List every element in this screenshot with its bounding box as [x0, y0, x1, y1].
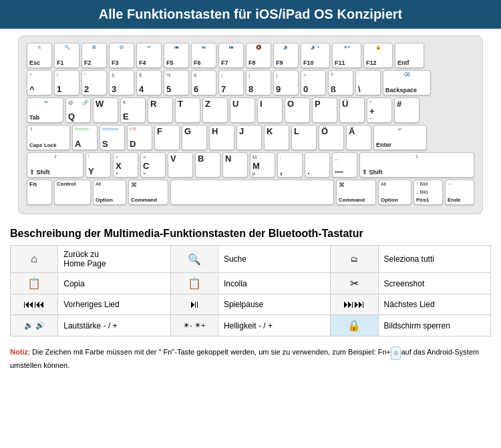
desc-icon-search: 🔍	[170, 246, 218, 273]
key-d[interactable]: iOS D	[127, 125, 152, 150]
key-f10[interactable]: 🔊+ F10	[301, 43, 330, 68]
key-t[interactable]: T	[175, 97, 200, 123]
desc-label-copy: Copia	[58, 273, 170, 294]
key-3[interactable]: § 3	[109, 70, 134, 95]
desc-icon-select-all: 🗂	[331, 246, 378, 273]
key-v[interactable]: V	[168, 152, 193, 178]
key-control[interactable]: Control	[54, 180, 91, 205]
key-r[interactable]: R	[148, 97, 173, 123]
key-left-cmd[interactable]: ⌘ Command	[128, 180, 168, 205]
key-plus[interactable]: * + ~	[367, 97, 392, 123]
key-p[interactable]: P	[312, 97, 337, 123]
key-ss[interactable]: ? ß	[328, 70, 353, 95]
key-right-cmd[interactable]: ⌘ Command	[336, 180, 376, 205]
note-icon: ⌂	[391, 347, 401, 360]
key-0[interactable]: = 0	[301, 70, 326, 95]
key-f12[interactable]: 🔒 F12	[363, 43, 393, 68]
key-entf[interactable]: Entf	[395, 43, 424, 68]
key-oe[interactable]: Ö	[319, 125, 344, 150]
key-y[interactable]: l Y	[86, 152, 111, 178]
key-9[interactable]: ) 9	[273, 70, 299, 95]
key-ue[interactable]: Ü	[339, 97, 365, 123]
key-x[interactable]: < X <	[113, 152, 138, 178]
key-5[interactable]: % 5	[164, 70, 189, 95]
key-tab[interactable]: ⇥ Tab	[27, 97, 63, 123]
key-caret[interactable]: ^ ^	[27, 70, 52, 95]
key-fn[interactable]: Fn	[27, 180, 52, 205]
key-pos1[interactable]: ↑ Bild ↓ Bild Pos1	[413, 180, 443, 205]
key-esc[interactable]: ⎋ Esc	[27, 43, 52, 68]
key-z[interactable]: Z	[202, 97, 228, 123]
key-ae[interactable]: Ä	[346, 125, 371, 150]
key-space[interactable]	[170, 180, 334, 205]
key-ende[interactable]: → Ende	[445, 180, 474, 205]
qwertz-row: ⇥ Tab @🔗 Q W € E R T Z	[27, 97, 474, 123]
desc-icon-play: ⏯	[170, 294, 218, 315]
key-enter[interactable]: ↵ Enter	[373, 125, 427, 150]
key-comma[interactable]: ; ,	[277, 152, 303, 178]
note-section: Notiz: Die Zeichen mit Farbe müssen mit …	[0, 343, 501, 377]
key-f11[interactable]: ☀+ F11	[332, 43, 361, 68]
fn-key-row: ⎋ Esc 🔍 F1 ⊞ F2 ⊟ F3 ✂ F4 ⏮ F5	[27, 43, 474, 68]
key-2[interactable]: " 2	[81, 70, 107, 95]
key-f[interactable]: F	[154, 125, 180, 150]
desc-label-paste: Incolla	[218, 273, 330, 294]
key-e[interactable]: € E	[120, 97, 146, 123]
key-i[interactable]: I	[257, 97, 283, 123]
key-f4[interactable]: ✂ F4	[136, 43, 162, 68]
key-o[interactable]: O	[285, 97, 310, 123]
key-dot[interactable]: : .	[305, 152, 330, 178]
key-right-shift[interactable]: ⇧ ⇧ Shift	[359, 152, 474, 178]
key-dash[interactable]: _ —	[332, 152, 357, 178]
key-c[interactable]: > C >	[140, 152, 166, 178]
key-6[interactable]: & 6	[191, 70, 216, 95]
key-f6[interactable]: ⏯ F6	[191, 43, 216, 68]
keyboard: ⎋ Esc 🔍 F1 ⊞ F2 ⊟ F3 ✂ F4 ⏮ F5	[18, 35, 483, 214]
note-text: : Die Zeichen mit Farbe müssen mit der "…	[28, 348, 391, 356]
key-right-alt[interactable]: Alt Option	[378, 180, 411, 205]
key-8[interactable]: ( 8	[246, 70, 271, 95]
key-u[interactable]: U	[230, 97, 255, 123]
key-n[interactable]: N	[222, 152, 248, 178]
desc-label-brightness: Helligkeit - / +	[218, 315, 330, 337]
bottom-row: Fn Control Alt Option ⌘ Command ⌘ Comman…	[27, 180, 474, 205]
desc-label-prev: Vorheriges Lied	[58, 294, 170, 315]
key-f5[interactable]: ⏮ F5	[164, 43, 189, 68]
key-backtick[interactable]: ` \	[355, 70, 381, 95]
key-f2[interactable]: ⊞ F2	[81, 43, 107, 68]
desc-label-screenshot: Screenshot	[378, 273, 490, 294]
key-f3[interactable]: ⊟ F3	[109, 43, 134, 68]
description-section: Beschreibung der Multimedia-Funktionstas…	[0, 221, 501, 343]
key-k[interactable]: K	[264, 125, 289, 150]
key-b[interactable]: B	[195, 152, 220, 178]
key-l[interactable]: L	[291, 125, 317, 150]
key-a[interactable]: Android A	[72, 125, 98, 150]
key-hash[interactable]: #	[394, 97, 420, 123]
key-7[interactable]: / 7	[218, 70, 244, 95]
desc-icon-volume: 🔉 🔊	[11, 315, 58, 337]
key-4[interactable]: $ 4	[136, 70, 162, 95]
desc-label-play: Spielpause	[218, 294, 330, 315]
key-s[interactable]: Windows S	[100, 125, 125, 150]
desc-icon-brightness: ☀- ☀+	[170, 315, 218, 337]
key-w[interactable]: W	[93, 97, 118, 123]
key-g[interactable]: G	[182, 125, 207, 150]
key-f9[interactable]: 🔉 F9	[273, 43, 299, 68]
key-backspace[interactable]: ⌫ Backspace	[383, 70, 431, 95]
key-q[interactable]: @🔗 Q	[65, 97, 91, 123]
desc-row-4: 🔉 🔊 Lautstärke - / + ☀- ☀+ Helligkeit - …	[11, 315, 491, 337]
key-left-shift[interactable]: ⇧ ⇧ Shift	[27, 152, 84, 178]
key-f8[interactable]: 🔇 F8	[246, 43, 271, 68]
key-f7[interactable]: ⏭ F7	[218, 43, 244, 68]
key-1[interactable]: ! 1	[54, 70, 79, 95]
key-left-alt[interactable]: Alt Option	[93, 180, 126, 205]
key-caps-lock[interactable]: ⇪ Caps Lock	[27, 125, 70, 150]
key-m[interactable]: M M μ	[250, 152, 275, 178]
desc-row-2: 📋 Copia 📋 Incolla ✂ Screenshot	[11, 273, 491, 294]
key-h[interactable]: H	[209, 125, 234, 150]
desc-icon-next: ⏭⏭	[331, 294, 378, 315]
key-j[interactable]: J	[236, 125, 262, 150]
key-f1[interactable]: 🔍 F1	[54, 43, 79, 68]
desc-icon-copy: 📋	[11, 273, 58, 294]
desc-icon-home: ⌂	[11, 246, 58, 273]
